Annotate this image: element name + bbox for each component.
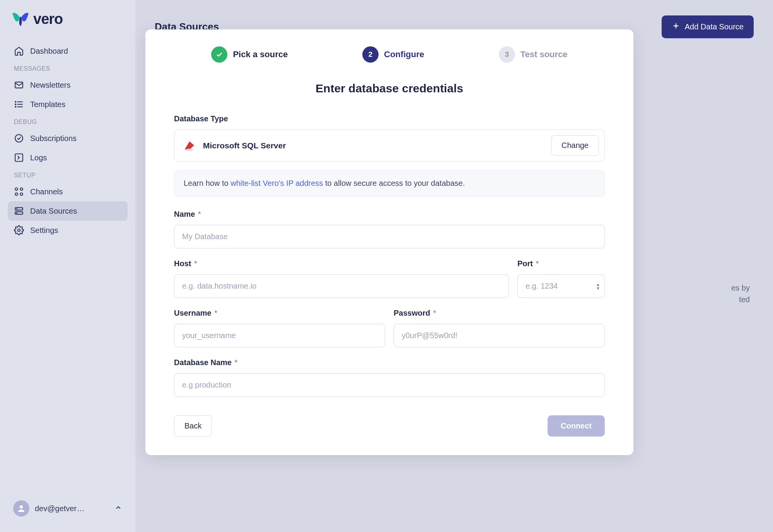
db-type-box: Microsoft SQL Server Change (174, 129, 605, 161)
svg-point-7 (15, 134, 23, 142)
modal-footer: Back Connect (174, 415, 605, 437)
svg-point-18 (20, 505, 23, 508)
check-icon (211, 46, 227, 63)
bg-hint-text: es by ted (731, 282, 750, 305)
stepper: Pick a source 2 Configure 3 Test source (174, 46, 605, 63)
sidebar-item-dashboard[interactable]: Dashboard (8, 41, 128, 61)
username-input[interactable] (174, 324, 385, 347)
plus-icon (672, 22, 680, 32)
svg-point-12 (20, 193, 23, 195)
svg-point-9 (15, 188, 18, 190)
add-data-source-label: Add Data Source (685, 22, 744, 31)
sidebar-item-newsletters[interactable]: Newsletters (8, 75, 128, 95)
port-label: Port * (517, 259, 605, 268)
chevron-up-icon (114, 504, 122, 513)
step-label: Configure (384, 49, 424, 59)
dbname-input[interactable] (174, 373, 605, 397)
svg-point-6 (15, 106, 16, 107)
user-menu[interactable]: dev@getver… (8, 496, 128, 521)
whitelist-info: Learn how to white-list Vero's IP addres… (174, 170, 605, 197)
svg-point-16 (17, 213, 17, 213)
sidebar-item-label: Dashboard (30, 47, 68, 56)
mssql-icon (183, 139, 196, 152)
logo: vero (8, 11, 128, 27)
step-label: Pick a source (233, 49, 288, 59)
name-input[interactable] (174, 225, 605, 248)
step-pick-source: Pick a source (211, 46, 288, 63)
sidebar-item-label: Settings (30, 226, 58, 235)
svg-point-10 (20, 188, 23, 190)
svg-point-21 (185, 149, 193, 151)
back-button[interactable]: Back (174, 415, 212, 437)
username-label: Username * (174, 309, 385, 318)
step-configure: 2 Configure (362, 46, 424, 63)
sidebar-item-settings[interactable]: Settings (8, 221, 128, 240)
dbname-label: Database Name * (174, 358, 605, 367)
svg-point-5 (15, 104, 16, 105)
change-button[interactable]: Change (551, 135, 599, 156)
sidebar-item-subscriptions[interactable]: Subscriptions (8, 129, 128, 148)
check-circle-icon (14, 133, 24, 143)
nav-group-debug: DEBUG (8, 114, 128, 129)
whitelist-link[interactable]: white-list Vero's IP address (230, 179, 323, 187)
svg-point-4 (15, 101, 16, 102)
db-type-label: Database Type (174, 114, 605, 123)
arrow-square-icon (14, 153, 24, 163)
nav-group-setup: SETUP (8, 167, 128, 182)
step-number: 2 (362, 46, 379, 63)
configure-modal: Pick a source 2 Configure 3 Test source … (145, 29, 633, 455)
home-icon (14, 46, 24, 56)
sidebar-item-label: Logs (30, 153, 47, 162)
nav-group-messages: MESSAGES (8, 61, 128, 75)
sidebar-item-logs[interactable]: Logs (8, 148, 128, 167)
step-test-source: 3 Test source (499, 46, 568, 63)
sidebar-item-templates[interactable]: Templates (8, 95, 128, 114)
avatar (13, 500, 29, 517)
number-stepper-icon[interactable]: ▲▼ (596, 282, 600, 290)
sidebar: vero Dashboard MESSAGES Newsletters Temp… (0, 0, 135, 532)
name-label: Name * (174, 210, 605, 219)
port-input[interactable] (517, 274, 605, 298)
database-icon (14, 206, 24, 216)
modal-title: Enter database credentials (174, 82, 605, 95)
sidebar-item-channels[interactable]: Channels (8, 182, 128, 201)
host-input[interactable] (174, 274, 509, 298)
logo-icon (12, 12, 29, 27)
user-email: dev@getver… (35, 504, 109, 513)
step-label: Test source (520, 49, 568, 59)
step-number: 3 (499, 46, 515, 63)
svg-point-11 (15, 193, 18, 195)
sidebar-item-label: Channels (30, 187, 63, 196)
sidebar-item-label: Subscriptions (30, 134, 77, 143)
password-label: Password * (394, 309, 605, 318)
list-icon (14, 99, 24, 109)
gear-icon (14, 225, 24, 235)
logo-text: vero (33, 11, 63, 27)
password-input[interactable] (394, 324, 605, 347)
svg-point-17 (18, 229, 20, 232)
mail-icon (14, 80, 24, 90)
sidebar-item-label: Newsletters (30, 81, 70, 90)
sidebar-item-label: Templates (30, 100, 65, 109)
db-type-value: Microsoft SQL Server (203, 141, 286, 150)
svg-point-15 (17, 209, 17, 209)
sidebar-item-data-sources[interactable]: Data Sources (8, 201, 128, 221)
host-label: Host * (174, 259, 509, 268)
add-data-source-button[interactable]: Add Data Source (662, 15, 754, 38)
nodes-icon (14, 187, 24, 197)
connect-button[interactable]: Connect (548, 415, 605, 437)
sidebar-item-label: Data Sources (30, 207, 77, 216)
